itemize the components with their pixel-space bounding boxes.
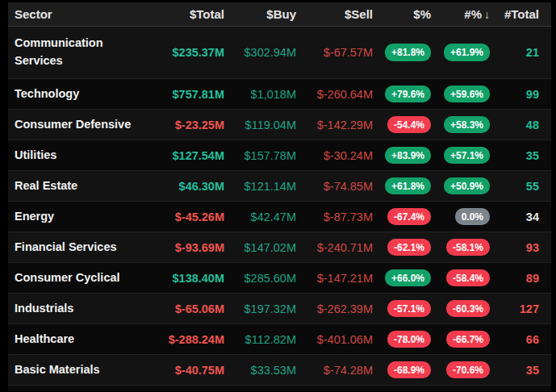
sell-dollars-value: $-142.29M: [296, 119, 373, 131]
num-total-value: 34: [490, 211, 539, 223]
sector-name: Financial Services: [8, 239, 152, 256]
dollar-pct-badge: -68.9%: [387, 361, 431, 378]
dollar-pct-badge: +83.9%: [385, 147, 431, 164]
column-header-num-pct[interactable]: #%↓: [431, 7, 490, 21]
sector-name: Consumer Defensive: [8, 116, 152, 134]
sell-dollars-value: $-260.64M: [296, 88, 373, 101]
total-dollars-value: $757.81M: [152, 88, 224, 101]
buy-dollars-value: $1,018M: [224, 88, 296, 101]
sell-dollars-value: $-74.28M: [296, 364, 373, 377]
num-total-value: 21: [490, 46, 539, 59]
total-dollars-value: $138.40M: [152, 272, 224, 285]
sector-name: Energy: [8, 208, 152, 226]
buy-dollars-value: $119.04M: [224, 119, 296, 131]
num-total-value: 93: [490, 241, 539, 254]
sector-name: Consumer Cyclical: [8, 269, 152, 287]
num-pct-badge: +50.9%: [444, 177, 490, 194]
table-row[interactable]: Healthcare $-288.24M $112.82M $-401.06M …: [8, 324, 551, 355]
column-header-num-pct-label: #%: [464, 7, 482, 21]
dollar-pct-badge: +61.8%: [385, 177, 431, 194]
table-row[interactable]: Real Estate $46.30M $121.14M $-74.85M +6…: [8, 171, 551, 202]
sell-dollars-value: $-401.06M: [296, 333, 373, 346]
num-pct-badge: -58.4%: [446, 269, 490, 286]
dollar-pct-badge: -62.1%: [387, 239, 431, 256]
num-pct-badge: -60.3%: [446, 300, 490, 317]
sell-dollars-value: $-147.21M: [296, 272, 373, 285]
column-header-total-dollars[interactable]: $Total: [152, 7, 224, 21]
buy-dollars-value: $147.02M: [224, 241, 296, 254]
table-row[interactable]: Financial Services $-93.69M $147.02M $-2…: [8, 232, 551, 263]
table-row[interactable]: Utilities $127.54M $157.78M $-30.24M +83…: [8, 140, 551, 171]
total-dollars-value: $-93.69M: [152, 241, 224, 254]
sector-name: Real Estate: [8, 177, 152, 195]
table-header: Sector $Total $Buy $Sell $% #%↓ #Total: [8, 2, 551, 27]
table-row[interactable]: Technology $757.81M $1,018M $-260.64M +7…: [8, 79, 551, 110]
num-total-value: 35: [490, 149, 539, 162]
sector-name: Utilities: [8, 147, 152, 165]
num-pct-badge: 0.0%: [455, 208, 490, 225]
buy-dollars-value: $42.47M: [224, 211, 296, 223]
table-row[interactable]: Consumer Cyclical $138.40M $285.60M $-14…: [8, 263, 551, 294]
num-total-value: 127: [490, 302, 539, 315]
dollar-pct-badge: +79.6%: [385, 85, 431, 102]
num-pct-badge: -66.7%: [446, 331, 490, 348]
column-header-num-total[interactable]: #Total: [490, 7, 539, 21]
total-dollars-value: $-288.24M: [152, 333, 224, 346]
num-total-value: 89: [490, 272, 539, 285]
table-row[interactable]: Industrials $-65.06M $197.32M $-262.39M …: [8, 294, 551, 324]
table-row[interactable]: Energy $-45.26M $42.47M $-87.73M -67.4% …: [8, 202, 551, 232]
num-total-value: 35: [490, 364, 539, 377]
partial-next-row: [8, 386, 551, 391]
num-pct-badge: +61.9%: [444, 44, 490, 60]
table-row[interactable]: Basic Materials $-40.75M $33.53M $-74.28…: [8, 355, 551, 386]
dollar-pct-badge: +66.0%: [385, 269, 431, 286]
sector-name: Technology: [8, 85, 152, 103]
dollar-pct-badge: -54.4%: [387, 116, 431, 133]
total-dollars-value: $-23.25M: [152, 119, 224, 131]
buy-dollars-value: $112.82M: [224, 333, 296, 346]
buy-dollars-value: $285.60M: [224, 272, 296, 285]
table-row[interactable]: Consumer Defensive $-23.25M $119.04M $-1…: [8, 110, 551, 140]
num-total-value: 55: [490, 180, 539, 193]
total-dollars-value: $-40.75M: [152, 364, 224, 377]
num-pct-badge: +59.6%: [444, 85, 490, 102]
column-header-sector[interactable]: Sector: [8, 7, 152, 21]
num-pct-badge: -70.6%: [446, 361, 490, 378]
total-dollars-value: $127.54M: [152, 149, 224, 162]
buy-dollars-value: $302.94M: [224, 46, 296, 59]
column-header-buy[interactable]: $Buy: [224, 7, 296, 21]
sort-descending-icon: ↓: [484, 8, 490, 21]
total-dollars-value: $235.37M: [152, 46, 224, 59]
sell-dollars-value: $-30.24M: [296, 149, 373, 162]
sector-name: Industrials: [8, 300, 152, 318]
table-row[interactable]: Communication Services $235.37M $302.94M…: [8, 27, 551, 79]
buy-dollars-value: $33.53M: [224, 364, 296, 377]
dollar-pct-badge: -67.4%: [387, 208, 431, 225]
sell-dollars-value: $-87.73M: [296, 211, 373, 223]
num-total-value: 99: [490, 88, 539, 101]
total-dollars-value: $-45.26M: [152, 211, 224, 223]
sector-name: Basic Materials: [8, 361, 152, 379]
num-pct-badge: +57.1%: [444, 147, 490, 164]
sector-name: Communication Services: [8, 35, 152, 70]
num-pct-badge: +58.3%: [444, 116, 490, 133]
total-dollars-value: $46.30M: [152, 180, 224, 193]
dollar-pct-badge: +81.8%: [385, 44, 431, 60]
sector-name: Healthcare: [8, 331, 152, 348]
table-body: Communication Services $235.37M $302.94M…: [8, 27, 551, 386]
buy-dollars-value: $121.14M: [224, 180, 296, 193]
column-header-dollar-pct[interactable]: $%: [373, 7, 431, 21]
num-total-value: 66: [490, 333, 539, 346]
sell-dollars-value: $-74.85M: [296, 180, 373, 193]
num-pct-badge: -58.1%: [446, 239, 490, 256]
sector-summary-table: Sector $Total $Buy $Sell $% #%↓ #Total C…: [8, 2, 551, 392]
sell-dollars-value: $-240.71M: [296, 241, 373, 254]
column-header-sell[interactable]: $Sell: [296, 7, 373, 21]
total-dollars-value: $-65.06M: [152, 302, 224, 315]
sell-dollars-value: $-67.57M: [296, 46, 373, 59]
buy-dollars-value: $197.32M: [224, 302, 296, 315]
dollar-pct-badge: -78.0%: [387, 331, 431, 348]
sell-dollars-value: $-262.39M: [296, 302, 373, 315]
buy-dollars-value: $157.78M: [224, 149, 296, 162]
num-total-value: 48: [490, 119, 539, 131]
